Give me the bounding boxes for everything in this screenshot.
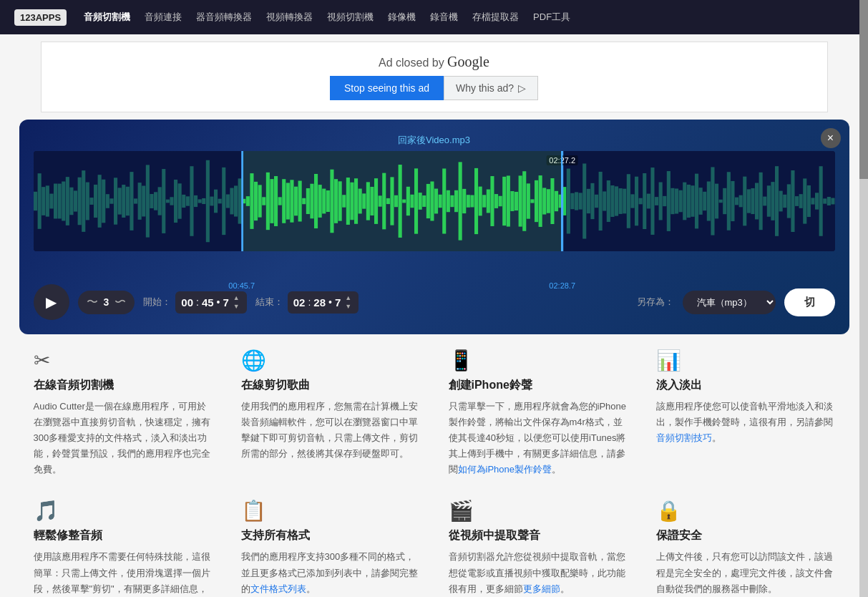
feature-desc-5: 我們的應用程序支持300多種不同的格式，並且更多格式已添加到列表中，請參閱完整的… [241,549,420,596]
nav-item-recorder[interactable]: 錄像機 [388,11,416,24]
nav-item-voice-recorder[interactable]: 錄音機 [430,11,458,24]
fade-in-icon: 〜 [87,295,98,310]
feature-icon-4: 🎵 [34,499,213,523]
feature-icon-0: ✂ [34,349,213,372]
feature-icon-3: 📊 [656,349,835,372]
feature-title-5: 支持所有格式 [241,528,420,543]
end-time-input[interactable]: 02 : 28 • 7 ▲ ▼ [288,291,359,314]
feature-desc-0: Audio Cutter是一個在線應用程序，可用於在瀏覽器中直接剪切音軌，快速穩… [34,399,213,477]
ad-buttons: Stop seeing this ad Why this ad? ▷ [53,76,816,100]
scrollbar-right[interactable] [859,0,868,597]
start-time-input[interactable]: 00 : 45 • 7 ▲ ▼ [175,291,246,314]
feature-item-0: ✂在線音頻切割機Audio Cutter是一個在線應用程序，可用於在瀏覽器中直接… [34,349,213,477]
end-down-arrow[interactable]: ▼ [343,303,353,311]
nav-item-pdf[interactable]: PDF工具 [533,11,570,24]
end-seconds: 7 [335,296,341,309]
play-button[interactable]: ▶ [34,284,69,320]
cut-button[interactable]: 切 [784,288,835,316]
time-labels: 00:45.7 02:28.7 [34,256,835,273]
handle-label-left: 00:45.7 [228,281,255,290]
feature-link-6[interactable]: 更多細節 [523,583,560,594]
feature-item-1: 🌐在線剪切歌曲使用我們的應用程序，您無需在計算機上安裝音頻編輯軟件，您可以在瀏覽… [241,349,420,477]
feature-link-5[interactable]: 文件格式列表 [250,583,306,594]
feature-item-7: 🔒保證安全上傳文件後，只有您可以訪問該文件，該過程是完全安全的，處理完文件後，該… [656,499,835,597]
end-time-group: 結束： 02 : 28 • 7 ▲ ▼ [255,291,359,314]
feature-title-6: 從視頻中提取聲音 [449,528,628,543]
feature-icon-2: 📱 [449,349,628,372]
why-ad-button[interactable]: Why this ad? ▷ [444,76,538,100]
feature-item-3: 📊淡入淡出該應用程序使您可以使音軌平滑地淡入和淡出，製作手機鈴聲時，這很有用，另… [656,349,835,477]
track-title: 回家後Video.mp3 [34,134,835,147]
feature-desc-1: 使用我們的應用程序，您無需在計算機上安裝音頻編輯軟件，您可以在瀏覽器窗口中單擊鍵… [241,399,420,462]
features-grid: ✂在線音頻切割機Audio Cutter是一個在線應用程序，可用於在瀏覽器中直接… [34,349,835,597]
audio-cutter-container: × 回家後Video.mp3 02:27.2 00:45.7 02:28.7 ▶… [19,120,849,334]
features-section: ✂在線音頻切割機Audio Cutter是一個在線應用程序，可用於在瀏覽器中直接… [19,349,849,597]
feature-desc-7: 上傳文件後，只有您可以訪問該文件，該過程是完全安全的，處理完文件後，該文件會自動… [656,549,835,596]
feature-icon-7: 🔒 [656,499,835,523]
navbar: 123APPS 音頻切割機 音頻連接 器音頻轉換器 視頻轉換器 視頻切割機 錄像… [0,0,868,34]
start-label: 開始： [143,296,171,309]
save-as-label: 另存為： [637,296,674,309]
nav-item-video-converter[interactable]: 視頻轉換器 [266,11,313,24]
start-time-arrows[interactable]: ▲ ▼ [232,294,241,311]
start-down-arrow[interactable]: ▼ [232,303,241,311]
nav-item-archive-extractor[interactable]: 存檔提取器 [472,11,519,24]
ad-banner: Ad closed by Google Stop seeing this ad … [41,42,828,112]
fade-out-icon: 〜 [114,295,126,310]
end-label: 結束： [255,296,283,309]
fade-count: 3 [101,296,112,308]
feature-title-7: 保證安全 [656,528,835,543]
fade-controls: 〜 3 〜 [78,291,135,314]
ad-closed-text: Ad closed by Google [53,54,816,70]
feature-desc-6: 音頻切割器允許您從視頻中提取音軌，當您想從電影或直播視頻中獲取配樂時，此功能很有… [449,549,628,596]
feature-title-1: 在線剪切歌曲 [241,378,420,393]
feature-link-2[interactable]: 如何為iPhone製作鈴聲 [458,464,552,475]
handle-label-right: 02:28.7 [549,281,575,290]
nav-item-video-cutter[interactable]: 視頻切割機 [327,11,374,24]
start-minutes: 45 [202,296,214,309]
feature-desc-2: 只需單擊一下，應用程序就會為您的iPhone製作鈴聲，將輸出文件保存為m4r格式… [449,399,628,477]
controls-bar: ▶ 〜 3 〜 開始： 00 : 45 • 7 ▲ ▼ 結束： 02 [34,284,835,320]
scrollbar-thumb[interactable] [859,0,868,179]
feature-link-3[interactable]: 音頻切割技巧 [656,432,712,443]
google-brand-text: Google [447,54,489,69]
end-time-arrows[interactable]: ▲ ▼ [343,294,353,311]
feature-item-4: 🎵輕鬆修整音頻使用該應用程序不需要任何特殊技能，這很簡單：只需上傳文件，使用滑塊… [34,499,213,597]
feature-item-2: 📱創建iPhone鈴聲只需單擊一下，應用程序就會為您的iPhone製作鈴聲，將輸… [449,349,628,477]
feature-icon-5: 📋 [241,499,420,523]
feature-title-3: 淡入淡出 [656,378,835,393]
feature-item-5: 📋支持所有格式我們的應用程序支持300多種不同的格式，並且更多格式已添加到列表中… [241,499,420,597]
feature-item-6: 🎬從視頻中提取聲音音頻切割器允許您從視頻中提取音軌，當您想從電影或直播視頻中獲取… [449,499,628,597]
time-marker-top: 02:27.2 [546,155,578,165]
start-time-group: 開始： 00 : 45 • 7 ▲ ▼ [143,291,246,314]
stop-ad-button[interactable]: Stop seeing this ad [330,76,444,100]
nav-items: 音頻切割機 音頻連接 器音頻轉換器 視頻轉換器 視頻切割機 錄像機 錄音機 存檔… [84,11,570,24]
nav-item-audio-cutter[interactable]: 音頻切割機 [84,11,130,24]
waveform-canvas [34,151,835,251]
end-minutes: 28 [313,296,326,309]
feature-icon-1: 🌐 [241,349,420,372]
feature-title-2: 創建iPhone鈴聲 [449,378,628,393]
nav-item-audio-join[interactable]: 音頻連接 [145,11,182,24]
feature-title-0: 在線音頻切割機 [34,378,213,393]
feature-desc-4: 使用該應用程序不需要任何特殊技能，這很簡單：只需上傳文件，使用滑塊選擇一個片段，… [34,549,213,597]
start-hours: 00 [181,296,193,309]
logo[interactable]: 123APPS [14,9,67,26]
feature-icon-6: 🎬 [449,499,628,523]
feature-desc-3: 該應用程序使您可以使音軌平滑地淡入和淡出，製作手機鈴聲時，這很有用，另請參閱音頻… [656,399,835,446]
start-up-arrow[interactable]: ▲ [232,294,241,302]
start-seconds: 7 [223,296,228,309]
nav-item-audio-converter[interactable]: 器音頻轉換器 [196,11,252,24]
format-select[interactable]: 汽車（mp3） [683,291,776,314]
close-button[interactable]: × [821,128,841,148]
feature-title-4: 輕鬆修整音頻 [34,528,213,543]
end-hours: 02 [293,296,306,309]
arrow-icon: ▷ [518,82,526,94]
end-up-arrow[interactable]: ▲ [343,294,353,302]
waveform-area[interactable]: 02:27.2 [34,151,835,251]
